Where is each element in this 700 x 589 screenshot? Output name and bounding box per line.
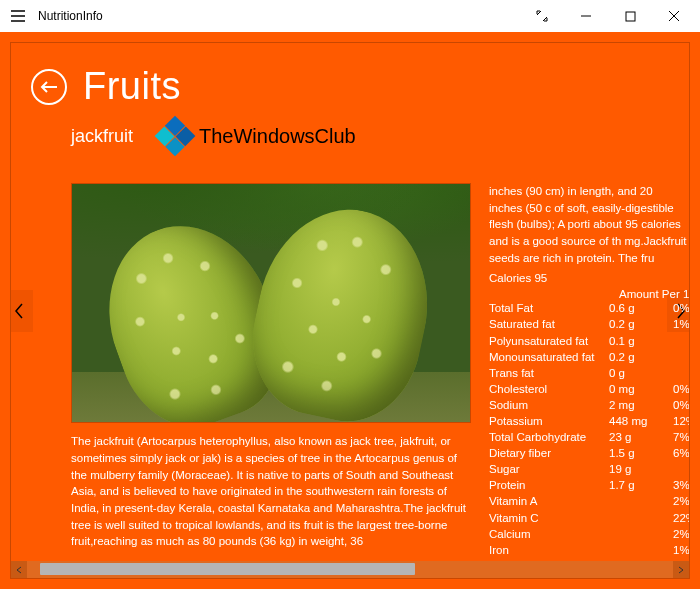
app-surface: Fruits jackfruit TheWindowsClub The jack… xyxy=(0,32,700,589)
nutrition-row: Sodium2 mg0% xyxy=(489,397,689,413)
nutrient-value xyxy=(609,493,659,509)
app-title: NutritionInfo xyxy=(38,9,103,23)
menu-button[interactable] xyxy=(4,2,32,30)
nutrient-value xyxy=(609,526,659,542)
nutrient-name: Polyunsaturated fat xyxy=(489,333,609,349)
site-logo: TheWindowsClub xyxy=(157,118,356,154)
nutrient-name: Total Fat xyxy=(489,300,609,316)
nutrition-header: Amount Per 100 grams %Daily xyxy=(489,288,689,300)
nutrient-pct xyxy=(675,349,689,365)
maximize-icon xyxy=(625,11,636,22)
nutrient-name: Potassium xyxy=(489,413,609,429)
back-button[interactable] xyxy=(31,69,67,105)
close-icon xyxy=(668,10,680,22)
nutrition-row: Cholesterol0 mg0% xyxy=(489,381,689,397)
nutrient-name: Monounsaturated fat xyxy=(489,349,609,365)
scrollbar-thumb[interactable] xyxy=(40,563,415,575)
nutrient-name: Sodium xyxy=(489,397,609,413)
minimize-icon xyxy=(580,10,592,22)
item-description: The jackfruit (Artocarpus heterophyllus,… xyxy=(71,423,471,550)
nutrient-pct: 22% xyxy=(659,510,690,526)
intro-fragment: inches (90 cm) in length, and 20 inches … xyxy=(489,183,689,272)
nutrient-value: 0 mg xyxy=(609,381,659,397)
nutrient-pct: 2% xyxy=(659,493,690,509)
nutrition-row: Total Fat0.6 g0% xyxy=(489,300,689,316)
nutrient-pct xyxy=(675,365,689,381)
horizontal-scrollbar[interactable] xyxy=(11,561,689,578)
svg-rect-0 xyxy=(626,12,635,21)
nutrition-panel: inches (90 cm) in length, and 20 inches … xyxy=(489,183,689,550)
nutrient-name: Vitamin A xyxy=(489,493,609,509)
prev-item-button[interactable] xyxy=(10,290,33,332)
nutrient-value: 1.5 g xyxy=(609,445,659,461)
nutrient-name: Vitamin C xyxy=(489,510,609,526)
nutrition-row: Vitamin A2% xyxy=(489,493,689,509)
header-amount: Amount Per 100 grams xyxy=(619,288,690,300)
scroll-right-button[interactable] xyxy=(673,561,689,578)
nutrition-row: Potassium448 mg12% xyxy=(489,413,689,429)
scrollbar-track[interactable] xyxy=(27,561,673,578)
nutrient-name: Cholesterol xyxy=(489,381,609,397)
nutrient-value: 23 g xyxy=(609,429,659,445)
nutrition-row: Calcium2% xyxy=(489,526,689,542)
item-photo xyxy=(71,183,471,423)
nutrition-row: Vitamin C22% xyxy=(489,510,689,526)
titlebar: NutritionInfo xyxy=(0,0,700,32)
nutrient-value: 2 mg xyxy=(609,397,659,413)
nutrient-name: Saturated fat xyxy=(489,316,609,332)
nutrition-row: Total Carbohydrate23 g7% xyxy=(489,429,689,445)
nutrient-pct: 6% xyxy=(659,445,690,461)
logo-icon xyxy=(155,116,196,157)
nutrient-pct: 3% xyxy=(659,477,690,493)
nutrient-pct: 1% xyxy=(659,542,690,558)
nutrition-row: Iron1% xyxy=(489,542,689,558)
nutrient-name: Sugar xyxy=(489,461,609,477)
nutrition-row: Saturated fat0.2 g1% xyxy=(489,316,689,332)
calories-line: Calories 95 xyxy=(489,272,689,288)
nutrient-pct: 7% xyxy=(659,429,690,445)
nutrient-name: Protein xyxy=(489,477,609,493)
nutrient-name: Trans fat xyxy=(489,365,609,381)
minimize-button[interactable] xyxy=(564,0,608,32)
nutrition-row: Sugar19 g xyxy=(489,461,689,477)
nutrient-name: Dietary fiber xyxy=(489,445,609,461)
nutrition-row: Dietary fiber1.5 g6% xyxy=(489,445,689,461)
nutrient-value: 1.7 g xyxy=(609,477,659,493)
nutrient-pct: 0% xyxy=(659,300,690,316)
nutrient-value: 0 g xyxy=(609,365,659,381)
back-arrow-icon xyxy=(40,80,58,94)
nutrient-pct: 1% xyxy=(659,316,690,332)
nutrition-row: Trans fat0 g xyxy=(489,365,689,381)
nutrient-value xyxy=(609,510,659,526)
app-inner: Fruits jackfruit TheWindowsClub The jack… xyxy=(10,42,690,579)
nutrient-pct xyxy=(675,461,689,477)
chevron-left-icon xyxy=(15,566,23,574)
scroll-left-button[interactable] xyxy=(11,561,27,578)
close-button[interactable] xyxy=(652,0,696,32)
nutrient-value: 0.2 g xyxy=(609,316,659,332)
nutrient-pct: 2% xyxy=(659,526,690,542)
nutrient-value: 0.1 g xyxy=(609,333,659,349)
nutrient-pct xyxy=(675,333,689,349)
hamburger-icon xyxy=(11,10,25,22)
nutrient-value: 19 g xyxy=(609,461,659,477)
nutrient-name: Calcium xyxy=(489,526,609,542)
fullscreen-icon xyxy=(536,10,548,22)
nutrient-value: 448 mg xyxy=(609,413,659,429)
maximize-button[interactable] xyxy=(608,0,652,32)
nutrient-pct: 12% xyxy=(659,413,690,429)
nutrient-name: Iron xyxy=(489,542,609,558)
nutrient-value: 0.2 g xyxy=(609,349,659,365)
nutrient-pct: 0% xyxy=(659,397,690,413)
chevron-left-icon xyxy=(14,303,24,319)
nutrient-name: Total Carbohydrate xyxy=(489,429,609,445)
nutrient-pct: 0% xyxy=(659,381,690,397)
nutrition-row: Polyunsaturated fat0.1 g xyxy=(489,333,689,349)
page-title: Fruits xyxy=(83,65,181,108)
nutrient-value: 0.6 g xyxy=(609,300,659,316)
fullscreen-button[interactable] xyxy=(520,0,564,32)
chevron-right-icon xyxy=(677,566,685,574)
nutrition-row: Protein1.7 g3% xyxy=(489,477,689,493)
item-name: jackfruit xyxy=(71,126,133,147)
logo-text: TheWindowsClub xyxy=(199,125,356,148)
